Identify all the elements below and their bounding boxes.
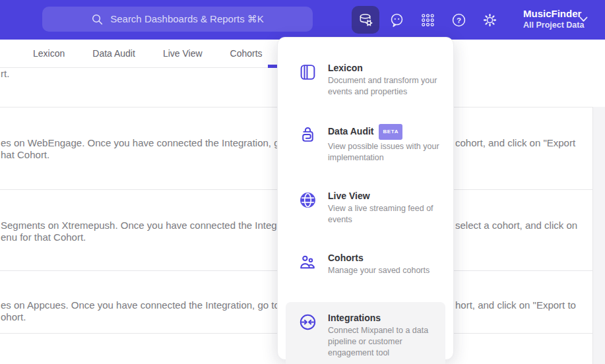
menu-item-description: Manage your saved cohorts bbox=[328, 265, 441, 276]
page-right-gutter bbox=[592, 107, 605, 364]
search-input[interactable]: Search Dashboards & Reports ⌘K bbox=[42, 7, 313, 32]
svg-text:?: ? bbox=[456, 16, 461, 24]
row-text-xtremepush-line1-right: select a cohort, and click on bbox=[455, 220, 577, 231]
menu-item-data-audit[interactable]: Data AuditBETA View possible issues with… bbox=[286, 114, 445, 173]
settings-button[interactable] bbox=[476, 6, 503, 34]
menu-item-title-text: Data Audit bbox=[328, 126, 373, 136]
menu-item-description: Connect Mixpanel to a data pipeline or c… bbox=[328, 325, 441, 359]
help-button[interactable]: ? bbox=[445, 6, 472, 34]
menu-item-description: View a live streaming feed of events bbox=[328, 203, 441, 226]
globe-icon bbox=[299, 190, 317, 226]
menu-item-live-view[interactable]: Live View View a live streaming feed of … bbox=[286, 180, 445, 235]
tab-live-view[interactable]: Live View bbox=[163, 48, 203, 59]
data-management-dropdown-menu: Lexicon Document and transform your even… bbox=[277, 37, 454, 360]
tab-data-audit[interactable]: Data Audit bbox=[92, 48, 135, 59]
row-text-xtremepush-line2: enu for that Cohort. bbox=[1, 231, 86, 243]
chevron-down-icon[interactable] bbox=[579, 16, 588, 22]
beta-badge: BETA bbox=[379, 124, 402, 140]
apps-grid-icon bbox=[420, 12, 436, 28]
menu-item-title: Cohorts bbox=[328, 252, 441, 264]
project-switcher[interactable]: MusicFinder All Project Data bbox=[523, 7, 584, 31]
people-icon bbox=[299, 252, 317, 276]
menu-item-description: View possible issues with your implement… bbox=[328, 141, 441, 164]
menu-item-title: Data AuditBETA bbox=[328, 124, 441, 140]
menu-item-lexicon[interactable]: Lexicon Document and transform your even… bbox=[286, 52, 445, 107]
sub-nav-tabbar: Lexicon Data Audit Live View Cohorts bbox=[0, 40, 277, 68]
help-icon: ? bbox=[451, 12, 467, 28]
tab-cohorts[interactable]: Cohorts bbox=[230, 48, 263, 59]
row-text-appcues-line1-left: es on Appcues. Once you have connected t… bbox=[1, 299, 307, 311]
menu-item-integrations[interactable]: Integrations Connect Mixpanel to a data … bbox=[286, 302, 445, 364]
feedback-button[interactable] bbox=[383, 6, 410, 34]
row-text-webengage-line1-right: cohort, and click on "Export bbox=[455, 137, 575, 148]
truncated-row-text: rt. bbox=[1, 68, 9, 79]
menu-item-cohorts[interactable]: Cohorts Manage your saved cohorts bbox=[286, 242, 445, 286]
feedback-smiley-icon bbox=[389, 12, 405, 28]
menu-item-title: Live View bbox=[328, 190, 441, 202]
project-subtitle: All Project Data bbox=[523, 20, 584, 31]
search-placeholder: Search Dashboards & Reports ⌘K bbox=[110, 13, 264, 25]
data-management-icon bbox=[358, 12, 374, 28]
tab-lexicon[interactable]: Lexicon bbox=[33, 48, 65, 59]
search-icon bbox=[91, 13, 104, 26]
settings-gear-icon bbox=[482, 12, 498, 28]
audit-lock-icon bbox=[299, 124, 317, 164]
row-text-appcues-line1-right: hort, and click on "Export to bbox=[455, 299, 576, 311]
apps-grid-button[interactable] bbox=[414, 6, 441, 34]
project-name: MusicFinder bbox=[523, 7, 584, 20]
top-navigation-bar: Search Dashboards & Reports ⌘K bbox=[0, 0, 605, 40]
book-icon bbox=[299, 62, 317, 98]
row-text-appcues-line2: ohort. bbox=[1, 311, 26, 322]
menu-item-title: Integrations bbox=[328, 312, 441, 324]
menu-item-description: Document and transform your events and p… bbox=[328, 75, 441, 98]
row-text-webengage-line2: hat Cohort. bbox=[1, 149, 49, 160]
data-management-button[interactable] bbox=[352, 6, 379, 34]
row-text-xtremepush-line1-left: Segments on Xtremepush. Once you have co… bbox=[1, 220, 304, 231]
row-text-webengage-line1-left: es on WebEngage. Once you have connected… bbox=[1, 137, 313, 148]
menu-item-title: Lexicon bbox=[328, 62, 441, 74]
sync-arrows-icon bbox=[299, 312, 317, 359]
